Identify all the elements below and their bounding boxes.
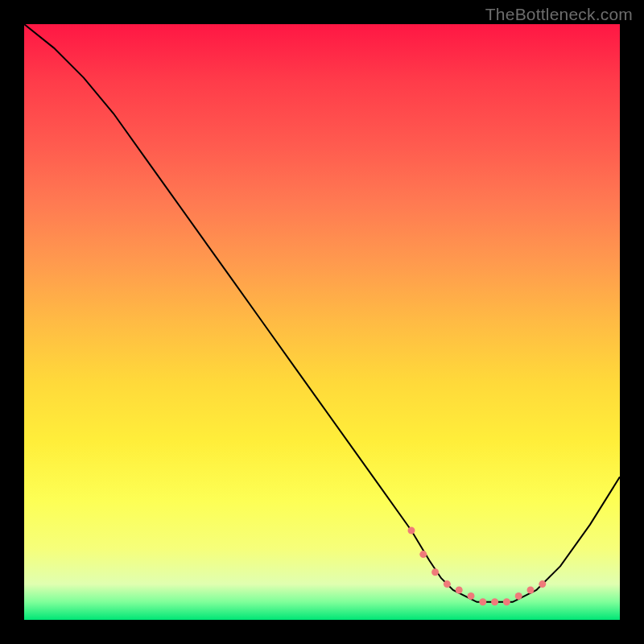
watermark: TheBottleneck.com xyxy=(485,5,633,24)
marker-point xyxy=(468,592,475,600)
curve-line xyxy=(24,24,620,602)
marker-point xyxy=(503,598,510,605)
highlight-markers xyxy=(408,527,547,606)
bottleneck-curve xyxy=(24,24,620,602)
marker-point xyxy=(527,587,535,594)
marker-point xyxy=(515,592,522,600)
marker-point xyxy=(456,587,463,594)
marker-point xyxy=(419,551,427,558)
marker-point xyxy=(444,580,451,588)
marker-point xyxy=(431,568,439,576)
chart-container: TheBottleneck.com xyxy=(0,0,644,644)
marker-point xyxy=(408,527,415,535)
marker-point xyxy=(539,580,546,588)
chart-svg xyxy=(24,24,620,620)
marker-point xyxy=(479,598,486,605)
marker-point xyxy=(491,598,498,605)
plot-area xyxy=(24,24,620,620)
